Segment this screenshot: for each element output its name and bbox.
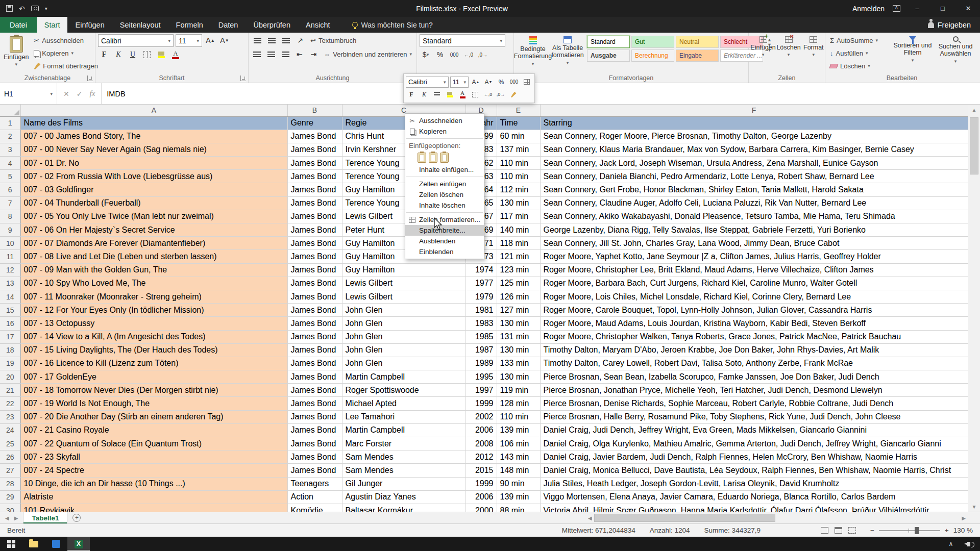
save-icon[interactable]	[6, 5, 13, 12]
minimize-button[interactable]: –	[909, 0, 926, 17]
mini-italic-button[interactable]: K	[419, 89, 430, 100]
cell[interactable]: Lewis Gilbert	[342, 277, 465, 290]
menu-item-spaltenbreite[interactable]: Spaltenbreite...	[405, 225, 484, 236]
percent-format-button[interactable]: %	[434, 48, 446, 61]
cell[interactable]: 130 min	[497, 317, 540, 330]
ribbon-tab-daten[interactable]: Daten	[211, 17, 246, 33]
cell[interactable]: James Bond	[287, 437, 342, 450]
cell[interactable]: James Bond	[287, 343, 342, 357]
cell[interactable]: 140 min	[497, 223, 540, 237]
number-format-combo[interactable]: Standard▾	[420, 34, 505, 47]
cell[interactable]: 1985	[465, 330, 497, 343]
ribbon-tab-ansicht[interactable]: Ansicht	[298, 17, 338, 33]
cell[interactable]: 121 min	[497, 250, 540, 263]
font-color-button[interactable]: A	[169, 48, 182, 61]
select-all-corner[interactable]	[0, 105, 20, 116]
cell[interactable]: 130 min	[497, 196, 540, 210]
format-painter-button[interactable]: Format übertragen	[32, 60, 100, 72]
cell[interactable]: Marc Forster	[342, 437, 465, 450]
cell[interactable]: George Lazenby, Diana Rigg, Telly Savala…	[540, 223, 968, 237]
autosum-button[interactable]: ΣAutoSumme▾	[828, 34, 890, 46]
row-header-6[interactable]: 6	[0, 183, 20, 196]
paste-button[interactable]: Einfügen ▾	[3, 34, 30, 69]
cell[interactable]: Starring	[540, 116, 968, 130]
cell[interactable]: Sean Connery, Claudine Auger, Adolfo Cel…	[540, 196, 968, 210]
cell[interactable]: James Bond	[287, 384, 342, 397]
cell[interactable]: John Glen	[342, 317, 465, 330]
align-right-button[interactable]	[279, 48, 291, 60]
cell[interactable]: 2015	[465, 464, 497, 477]
cell[interactable]: 2002	[465, 410, 497, 423]
cell[interactable]: Lewis Gilbert	[342, 290, 465, 303]
cell[interactable]: Roger Moore, Christopher Lee, Britt Ekla…	[540, 263, 968, 277]
vertical-scroll-track[interactable]	[968, 115, 980, 502]
menu-item-zellen-formatieren[interactable]: Zellen formatieren...	[405, 214, 484, 225]
column-header-B[interactable]: B	[287, 105, 342, 116]
zoom-slider[interactable]	[879, 530, 940, 531]
cell[interactable]: 1997	[465, 384, 497, 397]
zoom-level[interactable]: 130 %	[953, 527, 973, 534]
cell[interactable]: 007 - 03 Goldfinger	[20, 183, 287, 196]
cell[interactable]: 101 Reykjavik	[20, 504, 287, 512]
cell[interactable]: 125 min	[497, 277, 540, 290]
font-name-combo[interactable]: Calibri▾	[98, 34, 174, 47]
row-header-7[interactable]: 7	[0, 196, 20, 210]
cell[interactable]: Pierce Brosnan, Jonathan Pryce, Michelle…	[540, 384, 968, 397]
cell[interactable]: 007 - 00 James Bond Story, The	[20, 130, 287, 143]
cell[interactable]: Daniel Craig, Monica Bellucci, Dave Baut…	[540, 464, 968, 477]
cell[interactable]: Sean Connery, Akiko Wakabayashi, Donald …	[540, 210, 968, 223]
row-header-1[interactable]: 1	[0, 116, 20, 130]
customize-qat-chevron-icon[interactable]: ▾	[45, 6, 47, 11]
sign-in-link[interactable]: Anmelden	[852, 5, 885, 13]
cell[interactable]: James Bond	[287, 196, 342, 210]
page-layout-view-icon[interactable]	[835, 527, 842, 534]
ribbon-tab-seitenlayout[interactable]: Seitenlayout	[112, 17, 168, 33]
cell[interactable]: 10 Dinge, die ich an Dir hasse (10 Thing…	[20, 477, 287, 490]
cell[interactable]: John Glen	[342, 343, 465, 357]
maximize-button[interactable]: □	[934, 0, 951, 17]
cell[interactable]: Agustin Diaz Yanes	[342, 490, 465, 504]
row-header-2[interactable]: 2	[0, 130, 20, 143]
cell[interactable]: 007 - 10 Spy Who Loved Me, The	[20, 277, 287, 290]
cell[interactable]: Sean Connery, Daniela Bianchi, Pedro Arm…	[540, 170, 968, 183]
menu-item-zellen-l-schen[interactable]: Zellen löschen	[405, 189, 484, 200]
cell[interactable]: Genre	[287, 116, 342, 130]
row-header-10[interactable]: 10	[0, 237, 20, 250]
row-header-25[interactable]: 25	[0, 437, 20, 450]
row-header-13[interactable]: 13	[0, 277, 20, 290]
cell[interactable]: 007 - 11 Moonraker (Moonraker - Streng g…	[20, 290, 287, 303]
format-cells-button[interactable]: Format ▾	[802, 34, 825, 60]
cell[interactable]: 139 min	[497, 490, 540, 504]
row-header-28[interactable]: 28	[0, 477, 20, 490]
mini-font-color-button[interactable]: A	[457, 89, 468, 100]
cell[interactable]: Roger Spottiswoode	[342, 384, 465, 397]
horizontal-scrollbar[interactable]: ◀ ▶	[588, 512, 966, 523]
mini-borders-button[interactable]	[470, 89, 481, 100]
cell[interactable]: James Bond	[287, 450, 342, 464]
cell[interactable]: Sean Connery, Jack Lord, Joseph Wiseman,…	[540, 157, 968, 170]
cell[interactable]: Pierce Brosnan, Halle Berry, Rosamund Pi…	[540, 410, 968, 423]
underline-button[interactable]: U	[127, 48, 139, 61]
share-button[interactable]: Freigeben	[928, 17, 980, 33]
mini-format-painter-button[interactable]	[508, 89, 519, 100]
cell[interactable]: Time	[497, 116, 540, 130]
row-header-21[interactable]: 21	[0, 384, 20, 397]
row-header-15[interactable]: 15	[0, 304, 20, 317]
row-header-20[interactable]: 20	[0, 370, 20, 384]
cell[interactable]: 007 - 19 World Is Not Enough, The	[20, 397, 287, 410]
increase-decimal-button[interactable]: ←,0	[462, 48, 475, 61]
orientation-button[interactable]: ↗	[294, 34, 306, 46]
mini-font-size-combo[interactable]: 11▾	[450, 77, 469, 88]
font-size-combo[interactable]: 11▾	[176, 34, 202, 47]
file-explorer-button[interactable]	[22, 537, 45, 551]
cell[interactable]: Roger Moore, Lois Chiles, Michel Lonsdal…	[540, 290, 968, 303]
cell[interactable]: James Bond	[287, 357, 342, 370]
row-header-22[interactable]: 22	[0, 397, 20, 410]
cell[interactable]: James Bond	[287, 290, 342, 303]
undo-icon[interactable]: ↶	[19, 5, 25, 13]
cell[interactable]: 1987	[465, 343, 497, 357]
mini-comma-button[interactable]: 000	[508, 77, 520, 88]
italic-button[interactable]: K	[112, 48, 125, 61]
cell[interactable]: James Bond	[287, 157, 342, 170]
cell[interactable]: 110 min	[497, 170, 540, 183]
